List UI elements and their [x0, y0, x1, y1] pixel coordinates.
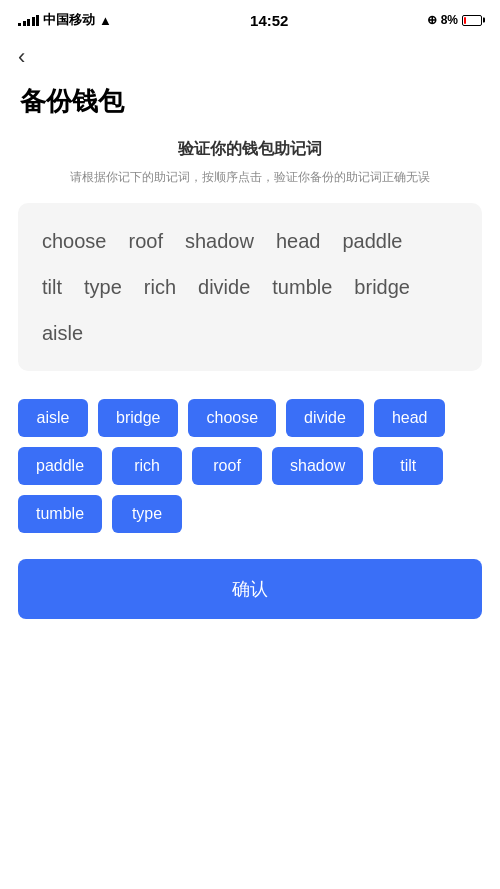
word-select-button[interactable]: rich [112, 447, 182, 485]
display-word: bridge [354, 269, 410, 305]
display-word: type [84, 269, 122, 305]
word-select-button[interactable]: divide [286, 399, 364, 437]
clock: 14:52 [250, 12, 288, 29]
word-display-list: chooseroofshadowheadpaddletilttyperichdi… [42, 223, 458, 351]
battery-icon [462, 15, 482, 26]
display-word: tumble [272, 269, 332, 305]
display-word: aisle [42, 315, 83, 351]
back-button[interactable]: ‹ [0, 36, 43, 74]
word-select-button[interactable]: tumble [18, 495, 102, 533]
network-icon: ⊕ [427, 13, 437, 27]
word-select-button[interactable]: paddle [18, 447, 102, 485]
word-select-button[interactable]: tilt [373, 447, 443, 485]
word-display-area: chooseroofshadowheadpaddletilttyperichdi… [18, 203, 482, 371]
word-select-button[interactable]: bridge [98, 399, 178, 437]
confirm-button[interactable]: 确认 [18, 559, 482, 619]
section-desc: 请根据你记下的助记词，按顺序点击，验证你备份的助记词正确无误 [0, 168, 500, 187]
battery-percent: 8% [441, 13, 458, 27]
status-bar: 中国移动 ▲ 14:52 ⊕ 8% [0, 0, 500, 36]
confirm-section: 确认 [0, 543, 500, 649]
display-word: divide [198, 269, 250, 305]
display-word: paddle [342, 223, 402, 259]
signal-icon [18, 14, 39, 26]
word-select-button[interactable]: aisle [18, 399, 88, 437]
status-right: ⊕ 8% [427, 13, 482, 27]
page-title: 备份钱包 [0, 74, 500, 139]
section-title: 验证你的钱包助记词 [0, 139, 500, 160]
word-select-button[interactable]: head [374, 399, 446, 437]
wifi-icon: ▲ [99, 13, 112, 28]
back-arrow-icon: ‹ [18, 44, 25, 69]
word-buttons-area: aislebridgechoosedivideheadpaddlerichroo… [0, 389, 500, 543]
word-select-button[interactable]: type [112, 495, 182, 533]
word-select-button[interactable]: shadow [272, 447, 363, 485]
status-left: 中国移动 ▲ [18, 11, 112, 29]
display-word: tilt [42, 269, 62, 305]
display-word: roof [129, 223, 163, 259]
display-word: shadow [185, 223, 254, 259]
display-word: rich [144, 269, 176, 305]
word-select-button[interactable]: roof [192, 447, 262, 485]
display-word: choose [42, 223, 107, 259]
display-word: head [276, 223, 321, 259]
carrier-label: 中国移动 [43, 11, 95, 29]
word-select-button[interactable]: choose [188, 399, 276, 437]
